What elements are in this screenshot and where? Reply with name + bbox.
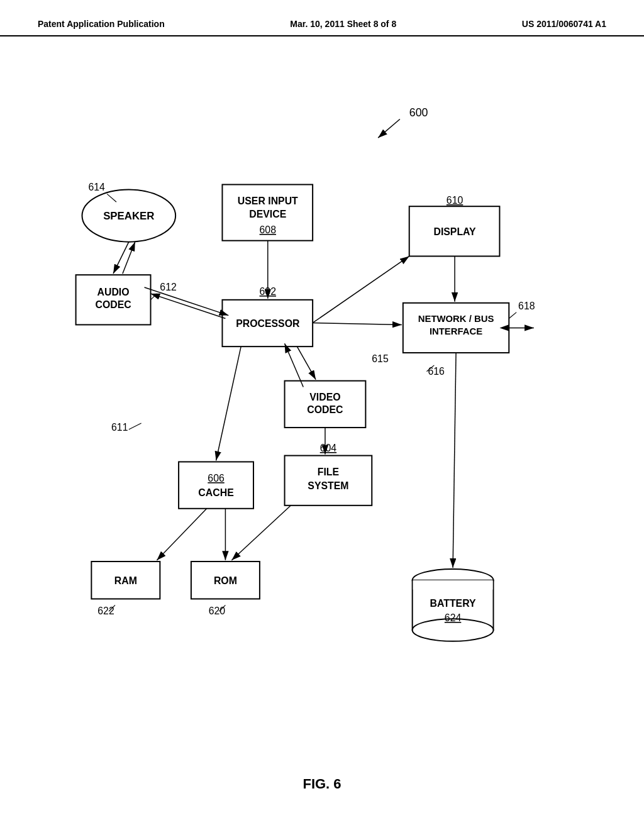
svg-line-31 (145, 287, 229, 316)
audio-codec-label2: CODEC (95, 299, 131, 310)
ref-614: 614 (88, 182, 105, 192)
uid-label1: USER INPUT (238, 196, 298, 206)
ref-606: 606 (208, 473, 225, 484)
svg-rect-25 (413, 580, 493, 590)
ref-612: 612 (160, 282, 177, 292)
network-label1: NETWORK / BUS (418, 314, 494, 324)
ref-610: 610 (447, 195, 464, 206)
svg-line-29 (113, 242, 129, 274)
svg-line-26 (129, 423, 142, 429)
page-header: Patent Application Publication Mar. 10, … (0, 0, 644, 36)
display-label: DISPLAY (433, 226, 476, 237)
uid-label2: DEVICE (249, 209, 286, 219)
header-right: US 2011/0060741 A1 (522, 19, 606, 29)
svg-line-4 (378, 119, 400, 138)
svg-line-33 (297, 346, 316, 380)
battery-label: BATTERY (430, 598, 476, 609)
svg-line-41 (231, 506, 291, 560)
fig-caption-text: FIG. 6 (303, 776, 341, 792)
cache-label: CACHE (198, 487, 233, 498)
ref-618: 618 (518, 301, 535, 311)
ref-624: 624 (445, 612, 462, 623)
file-system-label2: SYSTEM (308, 480, 348, 491)
ref-608: 608 (260, 224, 277, 235)
ref-604: 604 (320, 443, 337, 453)
ref-622: 622 (97, 606, 114, 616)
svg-rect-16 (179, 462, 253, 508)
ref-611: 611 (111, 422, 128, 433)
rom-label: ROM (214, 575, 237, 586)
video-codec-label1: VIDEO (309, 392, 340, 402)
ref-615: 615 (372, 353, 389, 364)
header-center: Mar. 10, 2011 Sheet 8 of 8 (290, 19, 396, 29)
ram-label: RAM (114, 575, 137, 586)
ref-600: 600 (409, 106, 428, 119)
ref-616: 616 (428, 366, 445, 377)
svg-line-28 (313, 256, 409, 323)
svg-line-30 (123, 242, 135, 274)
header-left: Patent Application Publication (38, 19, 165, 29)
svg-line-35 (313, 323, 402, 324)
processor-label: PROCESSOR (236, 318, 300, 329)
svg-line-32 (151, 294, 226, 319)
figure-caption: FIG. 6 (0, 776, 644, 792)
network-label2: INTERFACE (430, 326, 482, 336)
svg-line-38 (157, 509, 206, 560)
diagram-area: 600 SPEAKER 614 USER INPUT DEVICE 608 DI… (38, 82, 606, 767)
speaker-label: SPEAKER (103, 210, 154, 222)
audio-codec-label1: AUDIO (97, 287, 130, 297)
svg-line-42 (453, 353, 456, 568)
svg-line-37 (216, 346, 242, 460)
video-codec-label2: CODEC (307, 404, 343, 415)
patent-diagram: 600 SPEAKER 614 USER INPUT DEVICE 608 DI… (38, 82, 606, 767)
svg-line-14 (509, 313, 516, 319)
file-system-label1: FILE (318, 467, 339, 477)
